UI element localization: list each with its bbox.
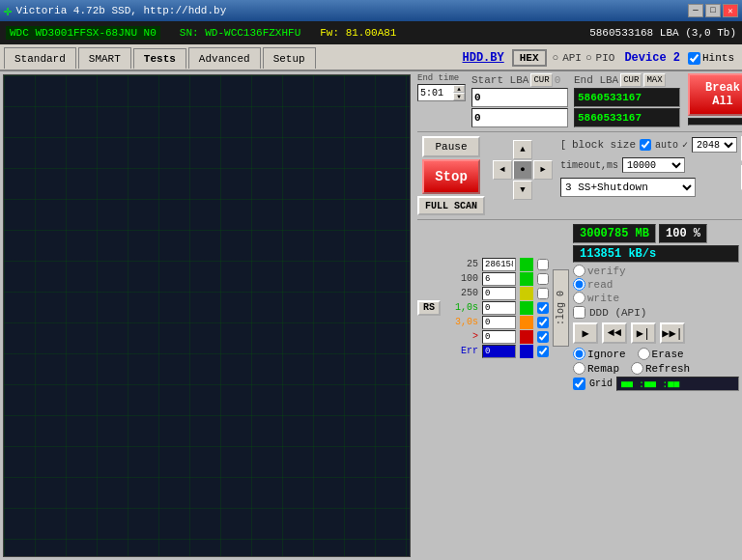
scan-grid: [3, 74, 411, 557]
hist-row-1s: 1,0s: [444, 301, 549, 315]
verify-radio[interactable]: [573, 265, 585, 277]
device-label: Device 2: [620, 51, 684, 65]
action-radios-group: Ignore Erase Remap: [573, 348, 739, 375]
pause-stop-group: Pause Stop FULL SCAN: [417, 136, 485, 215]
hex-button[interactable]: HEX: [512, 49, 547, 67]
nav-down-button[interactable]: ▼: [513, 181, 532, 200]
hist-check-250[interactable]: [537, 288, 549, 299]
tab-smart[interactable]: SMART: [78, 47, 131, 69]
tab-standard[interactable]: Standard: [4, 47, 76, 69]
ignore-radio[interactable]: [573, 348, 585, 360]
hist-check-err[interactable]: [537, 346, 549, 357]
timeout-label: timeout,ms: [560, 160, 618, 171]
right-stats-group: 3000785 MB 100 % 113851 kB/s verify r: [573, 224, 739, 391]
nav-arrows-group: ▲ ◄ ● ► ▼: [489, 136, 556, 204]
play-button[interactable]: ▶: [573, 322, 598, 344]
end-lba-header: End LBA CUR MAX: [574, 73, 680, 87]
log-label: :log 0: [553, 269, 569, 347]
start-lba-header: Start LBA CUR 0: [471, 73, 568, 87]
end-time-spinbox[interactable]: ▲ ▼: [417, 84, 466, 101]
tab-tests[interactable]: Tests: [133, 48, 186, 70]
close-button[interactable]: ✕: [723, 4, 738, 17]
info-bar: WDC WD3001FFSX-68JNU N0 SN: WD-WCC136FZX…: [0, 21, 742, 44]
ignore-radio-label: Ignore: [573, 348, 626, 360]
end-time-input[interactable]: [418, 88, 453, 98]
hist-count-gt[interactable]: [482, 330, 516, 344]
hist-check-gt[interactable]: [537, 331, 549, 343]
erase-radio-label: Erase: [638, 348, 684, 360]
hist-count-err[interactable]: [482, 345, 516, 358]
hist-label-25: 25: [444, 259, 478, 269]
hist-row-25: 25: [444, 258, 549, 271]
auto-checkbox[interactable]: [640, 139, 651, 151]
hist-check-100[interactable]: [537, 273, 549, 285]
playback-controls: ▶ ◄◄ ▶| ▶▶|: [573, 321, 739, 346]
maximize-button[interactable]: □: [705, 4, 721, 17]
hist-label-100: 100: [444, 273, 478, 284]
hist-row-err: Err: [444, 345, 549, 358]
tab-advanced[interactable]: Advanced: [188, 47, 261, 69]
end-time-arrows: ▲ ▼: [453, 85, 465, 100]
remap-radio[interactable]: [573, 362, 585, 375]
scan-mode-select[interactable]: 3 SS+Shutdown: [560, 178, 696, 197]
hist-check-25[interactable]: [537, 259, 549, 270]
serial-number: SN: WD-WCC136FZXHFU: [180, 27, 300, 39]
hist-check-1s[interactable]: [537, 302, 549, 314]
api-pio-group: ○ API ○ PIO: [547, 52, 621, 64]
grid-time-display: ■■ :■■ :■■: [616, 377, 739, 391]
erase-radio[interactable]: [638, 348, 650, 360]
start-lba-input2[interactable]: [471, 108, 568, 127]
minimize-button[interactable]: —: [688, 4, 703, 17]
next-button[interactable]: ▶|: [631, 322, 656, 344]
hist-count-1s[interactable]: [482, 301, 516, 315]
write-radio[interactable]: [573, 292, 585, 304]
stop-button[interactable]: Stop: [422, 159, 480, 194]
ignore-erase-row: Ignore Erase: [573, 348, 739, 360]
end-time-down[interactable]: ▼: [453, 93, 465, 100]
end-lba-cur-btn[interactable]: CUR: [620, 73, 642, 87]
start-lba-input[interactable]: [471, 88, 568, 107]
nav-up-button[interactable]: ▲: [513, 140, 532, 159]
hints-checkbox[interactable]: [688, 52, 700, 65]
nav-left-button[interactable]: ◄: [493, 160, 512, 180]
break-all-section: Break All: [688, 73, 742, 126]
hist-count-100[interactable]: [482, 272, 516, 286]
ddd-label: DDD (API): [589, 307, 646, 319]
hist-count-25[interactable]: [482, 258, 516, 271]
hist-check-3s[interactable]: [537, 317, 549, 328]
read-radio[interactable]: [573, 278, 585, 291]
nav-center-button[interactable]: ●: [513, 160, 532, 180]
hist-count-3s[interactable]: [482, 316, 516, 329]
controls-panel: End time ▲ ▼ Start LBA CUR 0: [414, 71, 742, 560]
last-button[interactable]: ▶▶|: [660, 322, 685, 344]
hist-bar-250: [520, 287, 533, 300]
end-lba-group: End LBA CUR MAX 5860533167 5860533167: [574, 73, 680, 127]
hdd-link[interactable]: HDD.BY: [455, 51, 512, 65]
verify-radio-label: verify: [573, 265, 739, 277]
lba-top-row: End time ▲ ▼ Start LBA CUR 0: [417, 73, 742, 127]
pio-label: PIO: [596, 52, 615, 64]
block-size-row: [ block size auto ✓ 2048: [560, 137, 737, 153]
timeout-select[interactable]: 10000: [622, 157, 685, 173]
end-lba-max-btn[interactable]: MAX: [643, 73, 665, 87]
start-lba-cur-btn[interactable]: CUR: [530, 73, 552, 87]
block-size-select[interactable]: 2048: [692, 137, 737, 153]
remap-radio-label: Remap: [573, 362, 619, 375]
full-scan-button[interactable]: FULL SCAN: [417, 196, 485, 215]
rs-button[interactable]: RS: [417, 300, 441, 316]
prev-button[interactable]: ◄◄: [602, 322, 627, 344]
ddd-checkbox[interactable]: [573, 306, 585, 319]
timeout-row: timeout,ms 10000: [560, 157, 737, 173]
break-all-button[interactable]: Break All: [688, 73, 742, 116]
ignore-label: Ignore: [587, 349, 626, 360]
refresh-radio[interactable]: [631, 362, 643, 375]
tab-setup[interactable]: Setup: [263, 47, 316, 69]
grid-checkbox[interactable]: [573, 378, 585, 390]
hist-bar-gt: [520, 330, 533, 344]
nav-right-button[interactable]: ►: [533, 160, 553, 180]
pause-button[interactable]: Pause: [422, 136, 480, 157]
hist-count-250[interactable]: [482, 287, 516, 300]
speed-display: 113851 kB/s: [573, 245, 739, 263]
hist-row-100: 100: [444, 272, 549, 286]
end-time-up[interactable]: ▲: [453, 85, 465, 93]
